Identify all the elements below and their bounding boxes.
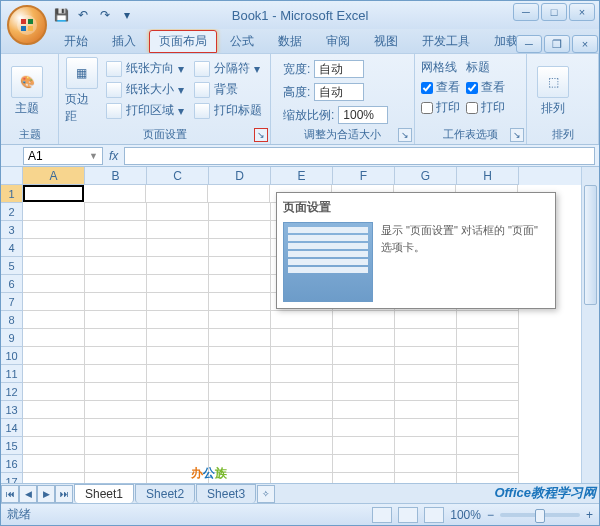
cell-B7[interactable] — [85, 293, 147, 311]
cell-G11[interactable] — [395, 365, 457, 383]
cell-B3[interactable] — [85, 221, 147, 239]
row-header-5[interactable]: 5 — [1, 257, 22, 275]
cell-F8[interactable] — [333, 311, 395, 329]
select-all-corner[interactable] — [1, 167, 23, 185]
cell-D9[interactable] — [209, 329, 271, 347]
minimize-button[interactable]: ─ — [513, 3, 539, 21]
cell-A9[interactable] — [23, 329, 85, 347]
redo-icon[interactable]: ↷ — [97, 7, 113, 23]
cell-D5[interactable] — [209, 257, 271, 275]
cell-D3[interactable] — [209, 221, 271, 239]
row-header-17[interactable]: 17 — [1, 473, 22, 483]
row-header-11[interactable]: 11 — [1, 365, 22, 383]
cell-C6[interactable] — [147, 275, 209, 293]
margins-button[interactable]: ▦ 页边距 — [65, 57, 98, 125]
cell-A2[interactable] — [23, 203, 85, 221]
cell-G14[interactable] — [395, 419, 457, 437]
cell-G16[interactable] — [395, 455, 457, 473]
cell-D7[interactable] — [209, 293, 271, 311]
cell-E9[interactable] — [271, 329, 333, 347]
row-header-8[interactable]: 8 — [1, 311, 22, 329]
cell-H12[interactable] — [457, 383, 519, 401]
breaks-button[interactable]: 分隔符▾ — [192, 59, 264, 78]
cell-C2[interactable] — [147, 203, 209, 221]
cell-D11[interactable] — [209, 365, 271, 383]
vertical-scrollbar[interactable] — [581, 167, 599, 483]
cell-D15[interactable] — [209, 437, 271, 455]
sheet-nav-next[interactable]: ▶ — [37, 485, 55, 503]
cell-C1[interactable] — [146, 185, 208, 203]
zoom-out-button[interactable]: − — [487, 508, 494, 522]
cell-F11[interactable] — [333, 365, 395, 383]
cell-F14[interactable] — [333, 419, 395, 437]
view-normal-button[interactable] — [372, 507, 392, 523]
gridlines-print-check[interactable]: 打印 — [421, 99, 460, 116]
sheetoptions-launcher[interactable]: ↘ — [510, 128, 524, 142]
cell-A5[interactable] — [23, 257, 85, 275]
row-header-14[interactable]: 14 — [1, 419, 22, 437]
zoom-slider[interactable] — [500, 513, 580, 517]
cell-D1[interactable] — [208, 185, 270, 203]
cell-A4[interactable] — [23, 239, 85, 257]
cell-D14[interactable] — [209, 419, 271, 437]
row-header-13[interactable]: 13 — [1, 401, 22, 419]
cell-E14[interactable] — [271, 419, 333, 437]
view-pagelayout-button[interactable] — [398, 507, 418, 523]
row-header-16[interactable]: 16 — [1, 455, 22, 473]
formula-input[interactable] — [124, 147, 595, 165]
cell-H9[interactable] — [457, 329, 519, 347]
cell-D8[interactable] — [209, 311, 271, 329]
cell-A11[interactable] — [23, 365, 85, 383]
cell-C4[interactable] — [147, 239, 209, 257]
tab-insert[interactable]: 插入 — [101, 29, 147, 53]
cell-H11[interactable] — [457, 365, 519, 383]
tab-data[interactable]: 数据 — [267, 29, 313, 53]
cell-F10[interactable] — [333, 347, 395, 365]
col-header-A[interactable]: A — [23, 167, 85, 185]
cell-E11[interactable] — [271, 365, 333, 383]
cell-E15[interactable] — [271, 437, 333, 455]
sheet-new-button[interactable]: ✧ — [257, 485, 275, 503]
cell-D2[interactable] — [209, 203, 271, 221]
cell-D12[interactable] — [209, 383, 271, 401]
tab-review[interactable]: 审阅 — [315, 29, 361, 53]
cell-H14[interactable] — [457, 419, 519, 437]
col-header-F[interactable]: F — [333, 167, 395, 185]
cell-C3[interactable] — [147, 221, 209, 239]
arrange-button[interactable]: ⬚ 排列 — [533, 57, 573, 125]
cell-C13[interactable] — [147, 401, 209, 419]
scale-input[interactable] — [338, 106, 388, 124]
close-button[interactable]: × — [569, 3, 595, 21]
cell-B2[interactable] — [85, 203, 147, 221]
zoom-level[interactable]: 100% — [450, 508, 481, 522]
cell-B12[interactable] — [85, 383, 147, 401]
cell-A8[interactable] — [23, 311, 85, 329]
cell-E12[interactable] — [271, 383, 333, 401]
printtitles-button[interactable]: 打印标题 — [192, 101, 264, 120]
cell-C7[interactable] — [147, 293, 209, 311]
cell-C15[interactable] — [147, 437, 209, 455]
cell-G12[interactable] — [395, 383, 457, 401]
scrollbar-thumb[interactable] — [584, 185, 597, 305]
cell-A7[interactable] — [23, 293, 85, 311]
cell-B5[interactable] — [85, 257, 147, 275]
cell-H17[interactable] — [457, 473, 519, 483]
cell-F13[interactable] — [333, 401, 395, 419]
cell-D6[interactable] — [209, 275, 271, 293]
cell-G17[interactable] — [395, 473, 457, 483]
printarea-button[interactable]: 打印区域▾ — [104, 101, 186, 120]
cell-D4[interactable] — [209, 239, 271, 257]
cell-B4[interactable] — [85, 239, 147, 257]
sheet-tab-2[interactable]: Sheet2 — [135, 484, 195, 503]
cell-B14[interactable] — [85, 419, 147, 437]
cell-D13[interactable] — [209, 401, 271, 419]
cell-F15[interactable] — [333, 437, 395, 455]
sub-close-button[interactable]: × — [572, 35, 598, 53]
cell-B16[interactable] — [85, 455, 147, 473]
cell-E16[interactable] — [271, 455, 333, 473]
zoom-in-button[interactable]: + — [586, 508, 593, 522]
tab-view[interactable]: 视图 — [363, 29, 409, 53]
name-box[interactable]: A1▼ — [23, 147, 103, 165]
cell-B8[interactable] — [85, 311, 147, 329]
row-header-1[interactable]: 1 — [1, 185, 22, 203]
